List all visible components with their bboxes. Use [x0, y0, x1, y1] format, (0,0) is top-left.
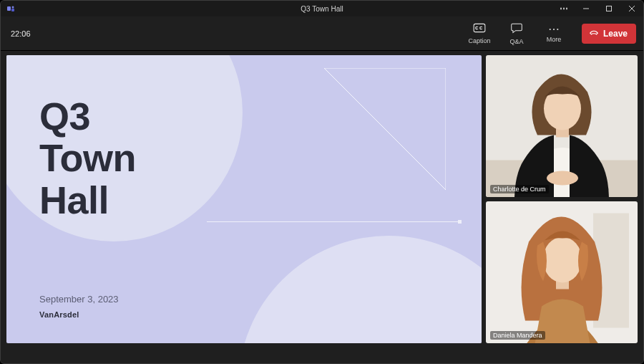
- teams-app-icon: [6, 4, 15, 13]
- titlebar-more-icon[interactable]: ⋯: [554, 4, 575, 14]
- qa-label: Q&A: [509, 38, 523, 45]
- participant-video: [486, 55, 638, 197]
- slide-brand: VanArsdel: [39, 310, 79, 319]
- hangup-icon: [589, 27, 599, 39]
- leave-label: Leave: [603, 29, 628, 39]
- shared-content[interactable]: Q3 Town Hall September 3, 2023 VanArsdel: [6, 55, 482, 343]
- meeting-timer: 22:06: [11, 29, 31, 38]
- participant-tile[interactable]: Daniela Mandera: [486, 201, 638, 343]
- titlebar: Q3 Town Hall ⋯: [1, 1, 643, 16]
- leave-button[interactable]: Leave: [582, 24, 636, 44]
- decorative-circle: [238, 236, 482, 343]
- participant-column: Charlotte de Crum: [486, 55, 638, 343]
- svg-point-1: [12, 6, 14, 9]
- more-button[interactable]: ⋯ More: [539, 24, 569, 43]
- meeting-toolbar: 22:06 Caption Q&A ⋯ More: [1, 16, 643, 51]
- participant-name: Daniela Mandera: [490, 331, 545, 340]
- caption-button[interactable]: Caption: [464, 23, 494, 44]
- participant-name: Charlotte de Crum: [490, 185, 549, 193]
- svg-marker-8: [324, 68, 446, 190]
- window-close-button[interactable]: [620, 1, 643, 16]
- decorative-triangle: [324, 68, 446, 193]
- window-minimize-button[interactable]: [575, 1, 597, 16]
- participant-tile[interactable]: Charlotte de Crum: [486, 55, 638, 197]
- window-title: Q3 Town Hall: [1, 5, 643, 13]
- svg-rect-0: [7, 6, 11, 11]
- qa-button[interactable]: Q&A: [502, 22, 532, 45]
- svg-rect-2: [11, 9, 14, 11]
- more-label: More: [547, 36, 562, 43]
- decorative-line: [207, 221, 460, 222]
- presentation-slide: Q3 Town Hall September 3, 2023 VanArsdel: [6, 55, 482, 343]
- svg-point-17: [543, 237, 582, 283]
- teams-meeting-window: Q3 Town Hall ⋯ 22:06: [0, 0, 644, 364]
- meeting-stage: Q3 Town Hall September 3, 2023 VanArsdel: [1, 51, 643, 363]
- caption-label: Caption: [468, 37, 490, 44]
- window-maximize-button[interactable]: [597, 1, 620, 16]
- more-icon: ⋯: [548, 24, 560, 34]
- svg-rect-4: [607, 6, 612, 11]
- slide-date: September 3, 2023: [39, 294, 119, 305]
- svg-point-13: [547, 171, 578, 186]
- slide-title: Q3 Town Hall: [39, 95, 136, 221]
- caption-icon: [473, 23, 486, 36]
- participant-video: [486, 201, 638, 343]
- chat-bubble-icon: [510, 22, 523, 37]
